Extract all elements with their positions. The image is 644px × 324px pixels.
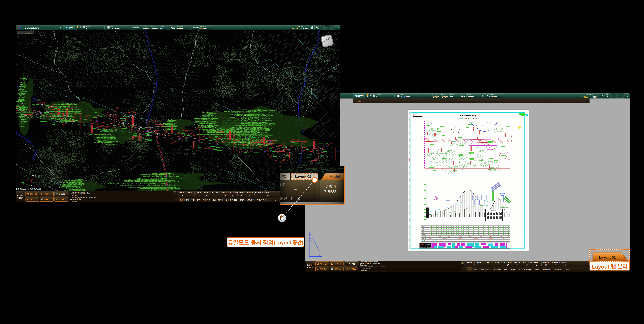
svg-text:S=0.45%: S=0.45% — [475, 198, 479, 200]
svg-text:구조물 목록: 구조물 목록 — [491, 210, 496, 211]
svg-text:A: A — [346, 268, 347, 270]
svg-text:태 안 읍: 태 안 읍 — [453, 131, 460, 133]
svg-text:A: A — [56, 198, 57, 200]
svg-text:편경사: 편경사 — [422, 233, 425, 235]
svg-text:절성고: 절성고 — [422, 232, 425, 233]
svg-text:2009.03 개정도면 적용 설계 도면작성: 2009.03 개정도면 적용 설계 도면작성 — [420, 247, 433, 248]
svg-text:◄EX: ◄EX — [420, 244, 424, 245]
svg-text:(당진방향:STA. 0+900.00~1+200.00): (당진방향:STA. 0+900.00~1+200.00) — [458, 117, 477, 119]
svg-text:거리표: 거리표 — [422, 240, 425, 241]
svg-text:평면 및 종단면도(2): 평면 및 종단면도(2) — [460, 114, 476, 117]
svg-text:종단선형: 종단선형 — [422, 236, 426, 237]
svg-text:지반고: 지반고 — [422, 229, 426, 231]
svg-text:▪▪▪▪▪: ▪▪▪▪▪ — [501, 152, 503, 154]
svg-text:X: X — [32, 175, 34, 177]
svg-text:서 산 시: 서 산 시 — [451, 128, 461, 130]
svg-text:Y: Y — [18, 180, 20, 183]
svg-text:STA. 1+200.00: STA. 1+200.00 — [511, 135, 512, 142]
svg-text:▪▪▪▪▪: ▪▪▪▪▪ — [488, 148, 490, 150]
svg-text:측 점: 측 점 — [422, 225, 425, 227]
svg-text:평면선형: 평면선형 — [422, 238, 426, 239]
svg-text:STA. 0+900.00: STA. 0+900.00 — [421, 134, 422, 140]
svg-text:한국도로공사: 한국도로공사 — [425, 244, 431, 245]
svg-text:계획고: 계획고 — [422, 228, 426, 229]
svg-text:▪▪▪▪▪: ▪▪▪▪▪ — [499, 138, 501, 140]
